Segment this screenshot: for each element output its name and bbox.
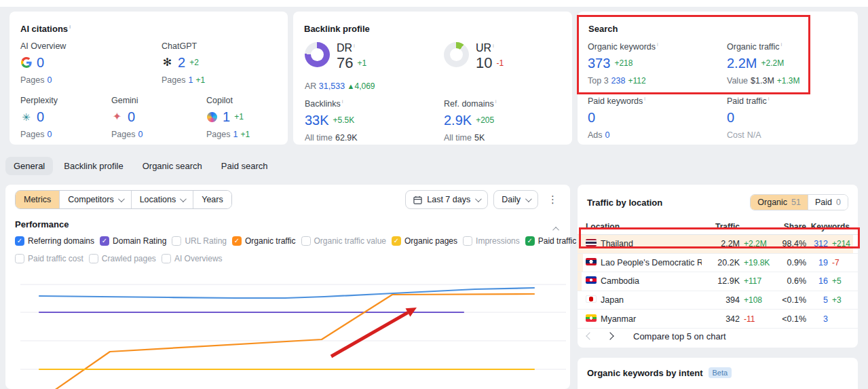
chatgpt-count: 2 xyxy=(178,55,185,71)
check-icon: ✓ xyxy=(102,238,107,244)
section-tabs: General Backlink profile Organic search … xyxy=(5,157,276,175)
laos-flag xyxy=(586,258,597,265)
collapse-section-icon[interactable] xyxy=(554,222,559,234)
organic-keywords-count[interactable]: 373 xyxy=(588,56,610,71)
keywords-link[interactable]: 312 xyxy=(806,239,828,248)
keywords-by-intent-title: Organic keywords by intent xyxy=(587,368,703,378)
japan-flag xyxy=(586,295,597,303)
location-row[interactable]: Cambodia 12.9K +117 0.6% 16 +5 xyxy=(578,272,858,291)
tab-backlink-profile[interactable]: Backlink profile xyxy=(56,157,131,175)
pager-next-icon[interactable] xyxy=(606,332,614,339)
filter-metrics[interactable]: Metrics xyxy=(16,191,60,208)
keywords-link[interactable]: 19 xyxy=(806,258,828,267)
performance-heading: Performance xyxy=(15,219,69,229)
google-icon xyxy=(20,57,32,69)
ur-donut xyxy=(444,42,469,67)
location-row[interactable]: Japan 394 +108 <0.1% 5 +3 xyxy=(578,291,858,310)
backlink-profile-card: Backlink profile DRi 76+1 AR 31,533 ▲4,0… xyxy=(293,12,572,145)
info-icon: i xyxy=(657,41,658,48)
metric-checkbox[interactable]: ✓ Paid traffic xyxy=(525,236,576,246)
toggle-organic[interactable]: Organic51 xyxy=(751,195,808,210)
ahrefs-rank-link[interactable]: 31,533 xyxy=(319,81,345,91)
metric-checkbox[interactable]: ✓ Organic traffic value xyxy=(301,236,387,246)
info-icon: i xyxy=(69,24,71,30)
check-icon: ✓ xyxy=(234,238,240,244)
copilot-pages-link[interactable]: 1 xyxy=(233,130,238,139)
check-icon: ✓ xyxy=(527,238,533,244)
metric-checkbox-row-2: ✓ Paid traffic cost ✓ Crawled pages ✓ AI… xyxy=(15,254,223,263)
paid-traffic-count: 0 xyxy=(727,110,734,126)
perplexity-count: 0 xyxy=(37,109,44,125)
metric-checkbox[interactable]: ✓ Referring domains xyxy=(15,236,94,246)
location-pager: Compare top 5 on chart xyxy=(578,325,858,348)
performance-panel: Metrics Competitors Locations Years Last… xyxy=(5,185,570,389)
top3-link[interactable]: 238 xyxy=(611,76,626,86)
keywords-link[interactable]: 16 xyxy=(806,276,828,286)
traffic-by-location-card: Traffic by location Organic51 Paid0 Loca… xyxy=(578,185,858,348)
metric-organic-keywords: Organic keywordsi 373+218 Top 3238+112 xyxy=(588,41,658,86)
tab-general[interactable]: General xyxy=(5,157,53,175)
metric-ai-overview: AI Overview 0 Pages0 xyxy=(20,41,66,85)
metric-checkbox[interactable]: ✓ Impressions xyxy=(463,236,520,246)
filter-years[interactable]: Years xyxy=(193,191,231,208)
annotation-arrow xyxy=(331,308,417,356)
organic-traffic-count[interactable]: 2.2M xyxy=(727,56,757,71)
metric-perplexity: Perplexity ✳ 0 Pages0 xyxy=(20,96,58,139)
myanmar-flag xyxy=(586,314,597,322)
ads-link[interactable]: 0 xyxy=(605,130,610,140)
ai-overview-pages-link[interactable]: 0 xyxy=(47,75,52,85)
metric-checkbox[interactable]: ✓ AI Overviews xyxy=(162,254,223,263)
perplexity-icon: ✳ xyxy=(20,111,32,123)
share-bar xyxy=(578,272,582,291)
metric-checkbox[interactable]: ✓ Organic pages xyxy=(392,236,457,246)
dr-value: 76 xyxy=(337,54,353,72)
ahrefs-rank: AR 31,533 ▲4,069 xyxy=(305,81,375,91)
filter-locations[interactable]: Locations xyxy=(132,191,194,208)
info-icon: i xyxy=(781,41,782,48)
toggle-paid[interactable]: Paid0 xyxy=(808,195,848,210)
thailand-flag xyxy=(586,239,597,246)
url-rating-block: URi 10-1 xyxy=(444,42,504,72)
pager-prev-icon[interactable] xyxy=(586,332,593,339)
keywords-link[interactable]: 3 xyxy=(806,314,828,324)
ref-domains-count[interactable]: 2.9K xyxy=(444,113,472,128)
metric-checkbox[interactable]: ✓ Organic traffic xyxy=(232,236,295,246)
info-icon: i xyxy=(495,98,497,105)
performance-chart-svg[interactable] xyxy=(5,266,570,389)
metric-checkbox[interactable]: ✓ Domain Rating xyxy=(100,236,166,246)
location-row[interactable]: Thailand 2.2M +2.2M 98.4% 312 +214 xyxy=(578,235,858,254)
ai-overview-count: 0 xyxy=(37,55,44,71)
chatgpt-pages-link[interactable]: 1 xyxy=(188,75,193,85)
chatgpt-icon: ✻ xyxy=(162,57,173,69)
tab-organic-search[interactable]: Organic search xyxy=(134,157,210,175)
search-title: Search xyxy=(588,24,847,34)
metric-organic-traffic: Organic traffici 2.2M+2.2M Value$1.3M+1.… xyxy=(727,41,802,86)
compare-top5-link[interactable]: Compare top 5 on chart xyxy=(633,331,726,341)
copilot-icon xyxy=(206,111,218,123)
gemini-icon: ✦ xyxy=(111,111,123,123)
metric-checkbox[interactable]: ✓ Crawled pages xyxy=(89,254,156,263)
metric-checkbox[interactable]: ✓ URL Rating xyxy=(172,236,227,246)
filter-competitors[interactable]: Competitors xyxy=(60,191,131,208)
keywords-link[interactable]: 5 xyxy=(806,295,828,305)
cambodia-flag xyxy=(586,276,597,284)
backlinks-count[interactable]: 33K xyxy=(305,113,329,128)
metric-ref-domains: Ref. domainsi 2.9K+205 All time5K xyxy=(444,98,496,143)
metric-checkbox-row-1: ✓ Referring domains ✓ Domain Rating ✓ UR… xyxy=(15,236,576,246)
tab-paid-search[interactable]: Paid search xyxy=(213,157,276,175)
more-options-icon[interactable]: ⋮ xyxy=(544,193,562,206)
perplexity-pages-link[interactable]: 0 xyxy=(47,130,52,139)
granularity-button[interactable]: Daily xyxy=(493,190,538,209)
gemini-pages-link[interactable]: 0 xyxy=(138,130,143,139)
date-range-button[interactable]: Last 7 days xyxy=(405,190,488,209)
dashboard-screen: AI citationsi AI Overview 0 Pages0 ChatG… xyxy=(0,0,868,389)
chevron-down-icon xyxy=(118,196,125,202)
info-icon: i xyxy=(342,98,343,105)
location-row[interactable]: Lao People's Democratic Reput 20.2K +19.… xyxy=(578,254,858,273)
metric-checkbox[interactable]: ✓ Paid traffic cost xyxy=(15,254,83,263)
metric-chatgpt: ChatGPT ✻ 2 +2 Pages1+1 xyxy=(162,41,208,85)
chevron-down-icon xyxy=(180,196,187,202)
check-icon: ✓ xyxy=(394,238,399,244)
performance-chart[interactable] xyxy=(5,266,570,389)
top-white-strip xyxy=(0,0,868,7)
